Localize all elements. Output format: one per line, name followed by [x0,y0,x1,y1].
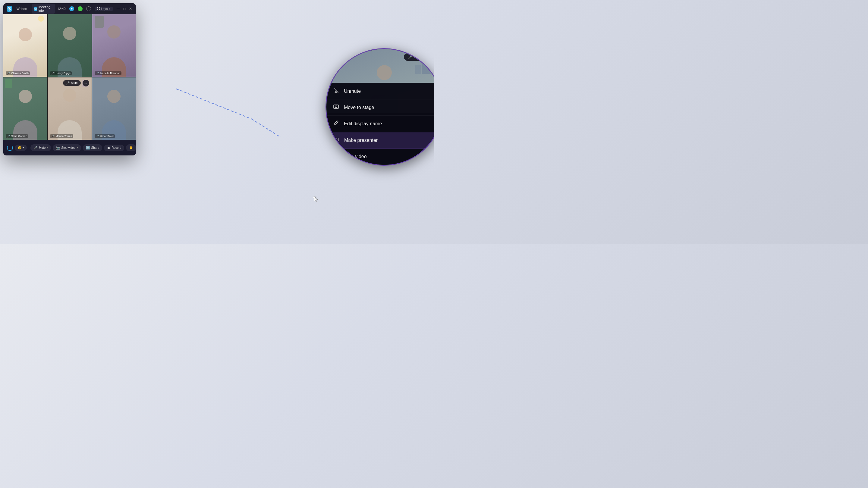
webex-tab[interactable]: Webex [14,6,29,12]
presenter-icon [333,136,340,144]
menu-item-stop-video[interactable]: Stop video [327,149,434,165]
participant-video-1 [3,14,47,77]
participant-name-1: 🎤 Clarissa Smith [6,71,30,75]
mute-chevron-icon: ▾ [47,147,48,149]
emoji-reaction-button[interactable]: 😊 ▾ [15,144,27,151]
mic-icon-4: 🎤 [7,135,10,138]
svg-point-12 [335,106,337,107]
svg-rect-3 [97,7,98,8]
svg-rect-5 [97,9,98,10]
status-dot-blue [69,6,74,11]
magnified-controls: 🎤 Mute ··· [404,53,434,61]
svg-line-8 [252,119,280,137]
share-toolbar-icon: ⬆️ [86,146,90,150]
magnified-more-button[interactable]: ··· [429,53,434,61]
video-cell-3: 🎤 Isabelle Brennan [92,14,136,77]
emoji-icon: 😊 [18,146,22,150]
chevron-down-icon: ▾ [23,147,24,149]
participant-video-2 [48,14,91,77]
mute-mic-icon: 🎤 [66,82,70,85]
mic-icon-5: 🎤 [51,135,55,138]
cell-mute-button[interactable]: 🎤 Mute [63,80,81,86]
mic-icon-6: 🎤 [96,135,99,138]
menu-item-make-presenter[interactable]: Make presenter [327,132,434,149]
menu-item-move-to-stage[interactable]: Move to stage [327,99,434,116]
mic-toolbar-icon: 🎤 [33,146,38,150]
layout-button[interactable]: Layout [95,7,113,11]
status-dot-green [78,6,83,11]
layout-btn-label: Layout [101,7,110,10]
participant-video-5 [48,77,91,140]
move-to-stage-icon [333,104,340,111]
close-button[interactable]: ✕ [128,7,133,11]
meeting-tab-icon [34,7,37,11]
svg-point-15 [336,139,337,140]
participant-name-5: 🎤 Marise Torres [50,134,73,138]
participant-video-4 [3,77,47,140]
time-display: 12:40 [57,7,66,10]
window-controls: — □ ✕ [116,7,133,11]
minimize-button[interactable]: — [116,7,121,11]
share-button[interactable]: ⬆️ Share [83,144,102,151]
video-cell-1: 🎤 Clarissa Smith [3,14,47,77]
participant-video-6 [92,77,136,140]
svg-line-13 [337,121,338,122]
stop-video-icon [333,153,340,160]
participant-name-6: 🎤 Umar Patel [95,134,115,138]
maximize-button[interactable]: □ [122,7,127,11]
meeting-info-tab[interactable]: Meeting info [32,4,55,13]
video-toolbar-icon: 📷 [56,146,60,150]
magnified-mic-icon: 🎤 [408,55,412,59]
toolbar-left: 😊 ▾ [7,144,27,151]
participant-video-3 [92,14,136,77]
video-cell-5: 🎤 Mute ··· 🎤 Marise Torres [48,77,91,140]
title-bar-left: Webex Meeting info [7,4,55,13]
svg-rect-1 [35,8,36,10]
record-button[interactable]: ⏺ Record [104,144,124,151]
svg-line-18 [334,154,338,158]
title-bar-right: 12:40 Layout — □ ✕ [57,6,133,11]
meeting-info-tab-label: Meeting info [38,5,53,12]
toolbar: 😊 ▾ 🎤 Mute ▾ 📷 Stop video ▾ ⬆️ Share ⏺ R… [3,140,136,156]
svg-rect-4 [99,7,100,8]
hand-icon: ✋ [129,146,133,150]
video-chevron-icon: ▾ [77,147,78,149]
mouse-cursor [313,196,319,202]
stop-video-button[interactable]: 📷 Stop video ▾ [53,144,81,151]
search-icon[interactable] [86,6,91,11]
participant-name-4: 🎤 Sofia Gomez [6,134,28,138]
mic-icon-2: 🎤 [51,72,55,75]
svg-rect-11 [334,105,338,108]
layout-icon [97,7,100,10]
app-window: Webex Meeting info 12:40 Layout — □ [3,3,136,156]
video-cell-4: 🎤 Sofia Gomez [3,77,47,140]
svg-rect-14 [334,138,339,141]
video-grid: 🎤 Clarissa Smith 🎤 Henry Riggs 🎤 [3,14,136,140]
mute-button[interactable]: 🎤 Mute ▾ [30,144,51,151]
record-toolbar-icon: ⏺ [107,146,110,150]
cell-controls-5: 🎤 Mute ··· [63,80,89,87]
participant-name-3: 🎤 Isabelle Brennan [95,71,122,75]
menu-item-edit-display-name[interactable]: Edit display name [327,116,434,132]
svg-rect-6 [99,9,100,10]
svg-line-7 [176,89,252,119]
loading-spinner [7,145,13,151]
webex-tab-label: Webex [17,7,27,10]
video-cell-2: 🎤 Henry Riggs [48,14,91,77]
edit-icon [333,120,340,127]
mic-icon-1: 🎤 [7,72,10,75]
menu-item-unmute[interactable]: Unmute [327,83,434,99]
participant-name-2: 🎤 Henry Riggs [50,71,72,75]
hand-raise-button[interactable]: ✋ [126,144,136,151]
title-bar: Webex Meeting info 12:40 Layout — □ [3,3,136,14]
context-menu: Unmute Move to stage Edit display name [327,83,434,165]
mic-icon-3: 🎤 [96,72,99,75]
magnified-mute-button[interactable]: 🎤 Mute [404,53,427,61]
toolbar-center: 🎤 Mute ▾ 📷 Stop video ▾ ⬆️ Share ⏺ Recor… [30,143,136,153]
cell-more-button[interactable]: ··· [83,80,89,87]
unmute-icon [333,87,340,95]
magnified-participant-view: 🎤 Mute ··· Unmute [326,48,434,166]
webex-logo-icon [7,6,12,12]
video-cell-6: 🎤 Umar Patel [92,77,136,140]
